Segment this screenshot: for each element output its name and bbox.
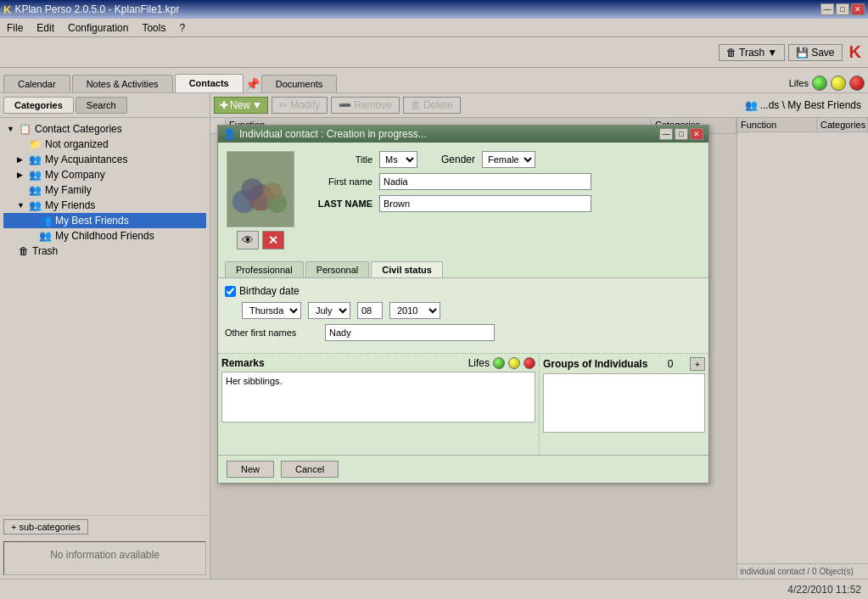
view-photo-button[interactable]: 👁 xyxy=(237,231,259,249)
dialog-body: 👁 ✕ Title Ms Mr xyxy=(218,143,708,258)
add-subcategory-button[interactable]: + sub-categories xyxy=(3,519,88,535)
gender-select[interactable]: Male Female xyxy=(482,151,535,168)
left-panel-footer: + sub-categories xyxy=(0,515,210,538)
sub-tab-personal[interactable]: Personnal xyxy=(305,261,370,277)
save-button[interactable]: 💾 Save xyxy=(788,44,842,61)
tree-item-best-friends[interactable]: 👥 My Best Friends xyxy=(3,213,206,228)
close-button[interactable]: ✕ xyxy=(851,3,865,15)
maximize-button[interactable]: □ xyxy=(836,3,849,15)
menu-edit[interactable]: Edit xyxy=(33,20,58,36)
new-button[interactable]: ✚ New ▼ xyxy=(214,97,268,114)
birthday-year-select[interactable]: 2010 2008 2009 2011 xyxy=(389,302,440,319)
remarks-header: Remarks Lifes xyxy=(221,357,535,369)
breadcrumb: 👥 ...ds \ My Best Friends xyxy=(742,98,865,113)
tab-notes[interactable]: Notes & Activities xyxy=(72,75,173,92)
dialog-cancel-button[interactable]: Cancel xyxy=(281,461,339,478)
groups-list xyxy=(543,373,705,433)
tree-item-company[interactable]: ▶ 👥 My Company xyxy=(3,167,206,182)
remarks-life-red[interactable] xyxy=(524,357,535,369)
groups-add-button[interactable]: + xyxy=(690,357,705,371)
tree-item-acquaintances[interactable]: ▶ 👥 My Acquaintances xyxy=(3,152,206,167)
tree-item-friends[interactable]: ▼ 👥 My Friends xyxy=(3,198,206,213)
right-list-header: Function Categories xyxy=(737,118,868,132)
company-label: My Company xyxy=(45,169,105,181)
remove-photo-button[interactable]: ✕ xyxy=(262,231,284,249)
birthday-label-text: Birthday date xyxy=(239,285,300,297)
categories-tab[interactable]: Categories xyxy=(3,97,74,114)
tab-documents[interactable]: Documents xyxy=(261,75,338,92)
menu-tools[interactable]: Tools xyxy=(138,20,169,36)
tree-item-not-organized[interactable]: 📁 Not organized xyxy=(3,137,206,152)
right-list-panel: Function Categories individual contact /… xyxy=(736,118,868,579)
other-firstnames-input[interactable] xyxy=(325,324,495,341)
menu-configuration[interactable]: Configuration xyxy=(64,20,132,36)
delete-button[interactable]: 🗑 Delete xyxy=(403,97,461,114)
menu-file[interactable]: File xyxy=(3,20,26,36)
modify-button[interactable]: ✏ Modify xyxy=(272,97,328,114)
new-icon: ✚ xyxy=(220,99,228,111)
birthday-checkbox-label[interactable]: Birthday date xyxy=(225,285,300,297)
childhood-friends-icon: 👥 xyxy=(39,230,52,242)
tree-area: ▼ 📋 Contact Categories 📁 Not organized ▶… xyxy=(0,118,210,515)
no-info-area: No information available xyxy=(3,541,206,575)
life-yellow-button[interactable] xyxy=(831,76,846,91)
friends-icon: 👥 xyxy=(29,199,42,211)
title-row: Title Ms Mr Mrs Dr Gender xyxy=(305,151,700,168)
search-tab[interactable]: Search xyxy=(76,97,127,114)
birthday-dayname-select[interactable]: Thursday Monday Tuesday Wednesday Friday… xyxy=(242,302,301,319)
groups-title: Groups of Individuals xyxy=(543,358,647,370)
trash-tree-label: Trash xyxy=(32,245,58,257)
form-fields: Title Ms Mr Mrs Dr Gender xyxy=(305,151,700,217)
tab-contacts[interactable]: Contacts xyxy=(175,74,244,92)
tree-item-trash[interactable]: 🗑 Trash xyxy=(3,244,206,259)
dialog-minimize-button[interactable]: — xyxy=(659,128,673,140)
birthday-checkbox[interactable] xyxy=(225,286,236,297)
trash-button[interactable]: 🗑 Trash ▼ xyxy=(719,44,785,61)
tree-item-contact-categories[interactable]: ▼ 📋 Contact Categories xyxy=(3,121,206,137)
lastname-input[interactable] xyxy=(379,195,591,212)
trash-tree-icon: 🗑 xyxy=(19,245,29,257)
remove-button[interactable]: ➖ Remove xyxy=(331,97,400,114)
delete-icon: 🗑 xyxy=(411,99,421,111)
content-toolbar: ✚ New ▼ ✏ Modify ➖ Remove 🗑 Delete 👥 ...… xyxy=(210,93,868,118)
tree-item-childhood-friends[interactable]: 👥 My Childhood Friends xyxy=(3,228,206,244)
minimize-button[interactable]: — xyxy=(820,3,834,15)
dialog-footer: New Cancel xyxy=(218,455,708,483)
lifes-label: Lifes xyxy=(789,78,809,88)
sub-tab-professional[interactable]: Professionnal xyxy=(225,261,304,277)
groups-header: Groups of Individuals 0 + xyxy=(543,357,705,371)
not-organized-label: Not organized xyxy=(45,138,109,150)
dialog-new-button[interactable]: New xyxy=(227,461,274,478)
family-icon: 👥 xyxy=(29,184,42,196)
other-firstnames-label: Other first names xyxy=(225,327,318,338)
groups-panel: Groups of Individuals 0 + xyxy=(539,354,708,455)
firstname-row: First name xyxy=(305,173,700,190)
toolbar: 🗑 Trash ▼ 💾 Save K xyxy=(0,37,868,68)
birthday-month-select[interactable]: July January February March April May Ju… xyxy=(308,302,350,319)
tab-calendar[interactable]: Calendar xyxy=(3,75,70,92)
not-organized-icon: 📁 xyxy=(29,138,42,150)
sub-tab-civil-status[interactable]: Civil status xyxy=(371,261,443,277)
title-field-label: Title xyxy=(305,154,372,165)
dialog-maximize-button[interactable]: □ xyxy=(675,128,688,140)
window-controls: — □ ✕ xyxy=(820,3,865,15)
title-select[interactable]: Ms Mr Mrs Dr xyxy=(379,151,417,168)
birthday-day-input[interactable] xyxy=(357,302,383,319)
menu-help[interactable]: ? xyxy=(176,20,188,36)
dialog-title-bar: 👤 Individual contact : Creation in progr… xyxy=(218,126,708,143)
tree-item-family[interactable]: 👥 My Family xyxy=(3,182,206,198)
expand-icon: ▶ xyxy=(17,171,25,179)
form-top-area: 👁 ✕ Title Ms Mr xyxy=(227,151,700,249)
remarks-textarea[interactable]: Her sibblings. xyxy=(221,372,535,423)
photo-action-buttons: 👁 ✕ xyxy=(237,231,284,249)
firstname-input[interactable] xyxy=(379,173,591,190)
life-red-button[interactable] xyxy=(849,76,865,91)
k-logo: K xyxy=(849,42,861,62)
sub-tabs: Professionnal Personnal Civil status xyxy=(218,258,708,278)
remarks-life-green[interactable] xyxy=(493,357,505,369)
trash-label: Trash xyxy=(739,47,764,59)
remarks-life-yellow[interactable] xyxy=(508,357,520,369)
breadcrumb-icon: 👥 xyxy=(745,99,758,111)
life-green-button[interactable] xyxy=(812,76,827,91)
dialog-close-button[interactable]: ✕ xyxy=(690,128,703,140)
